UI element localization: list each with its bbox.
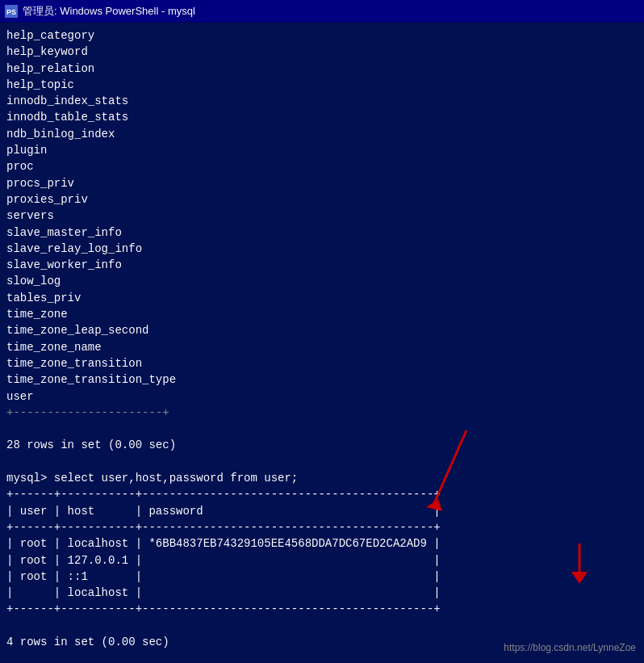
svg-marker-5: [571, 572, 588, 584]
table-row-2: | root | 127.0.0.1 | |: [6, 552, 638, 569]
line-blank3: [6, 618, 638, 634]
line-ndb-binlog: ndb_binlog_index: [6, 126, 638, 142]
line-blank1: [6, 421, 638, 437]
line-slave-relay: slave_relay_log_info: [6, 241, 638, 257]
line-rows-summary1: 28 rows in set (0.00 sec): [6, 437, 638, 453]
line-proxies-priv: proxies_priv: [6, 191, 638, 208]
table-border-bot: +------+-----------+--------------------…: [6, 601, 638, 617]
line-servers: servers: [6, 208, 638, 224]
line-blank2: [6, 454, 638, 470]
line-help-keyword: help_keyword: [6, 44, 638, 60]
title-bar-text: 管理员: Windows PowerShell - mysql: [23, 4, 195, 19]
title-bar-icon: PS: [5, 5, 18, 18]
line-time-zone-trans: time_zone_transition: [6, 355, 638, 371]
line-time-zone-leap: time_zone_leap_second: [6, 322, 638, 338]
line-tables-priv: tables_priv: [6, 290, 638, 306]
title-bar: PS 管理员: Windows PowerShell - mysql: [0, 0, 644, 23]
table-row-4: | | localhost | |: [6, 585, 638, 601]
line-innodb-table: innodb_table_stats: [6, 109, 638, 125]
line-help-topic: help_topic: [6, 77, 638, 93]
table-border-mid: +------+-----------+--------------------…: [6, 519, 638, 535]
line-time-zone-name: time_zone_name: [6, 339, 638, 355]
line-plugin: plugin: [6, 142, 638, 158]
terminal: help_category help_keyword help_relation…: [0, 23, 644, 663]
line-procs-priv: procs_priv: [6, 175, 638, 191]
line-select-cmd: mysql> select user,host,password from us…: [6, 470, 638, 486]
line-slave-master: slave_master_info: [6, 224, 638, 241]
line-user: user: [6, 388, 638, 405]
line-help-category: help_category: [6, 27, 638, 44]
arrow1-svg: [418, 422, 483, 519]
svg-text:PS: PS: [6, 8, 16, 16]
table-row-3: | root | ::1 | |: [6, 569, 638, 585]
table-header: | user | host | password |: [6, 503, 638, 519]
line-slow-log: slow_log: [6, 273, 638, 289]
table-row-1: | root | localhost | *6BB4837EB74329105E…: [6, 535, 638, 552]
watermark: https://blog.csdn.net/LynneZoe: [504, 641, 636, 655]
svg-line-2: [434, 430, 466, 503]
line-dashes-top: +----------------------+: [6, 405, 638, 421]
line-time-zone-trans-type: time_zone_transition_type: [6, 371, 638, 388]
line-innodb-index: innodb_index_stats: [6, 93, 638, 109]
line-proc: proc: [6, 158, 638, 174]
line-slave-worker: slave_worker_info: [6, 257, 638, 273]
table-border-top: +------+-----------+--------------------…: [6, 486, 638, 502]
arrow2-svg: [555, 539, 620, 588]
line-help-relation: help_relation: [6, 61, 638, 77]
line-time-zone: time_zone: [6, 306, 638, 322]
